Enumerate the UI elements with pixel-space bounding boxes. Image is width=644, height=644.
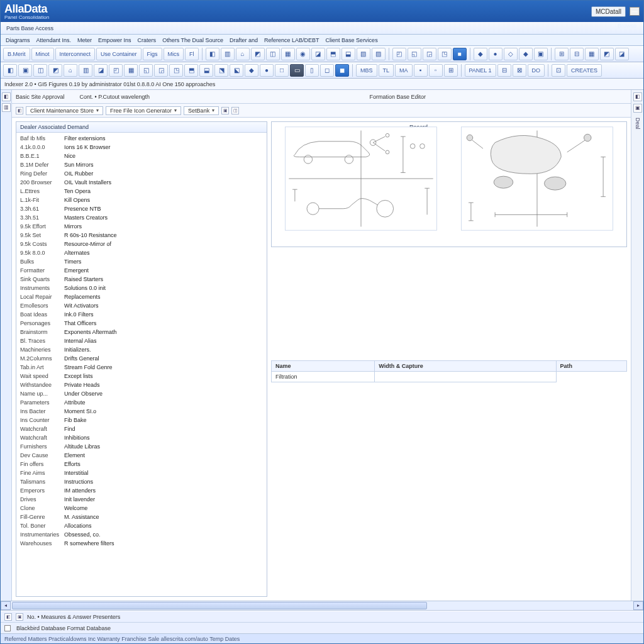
t2-icon-dark[interactable]: ▭ [290,64,304,77]
misc-icon[interactable]: ◇ [504,48,518,60]
side-icon[interactable]: ◧ [633,92,642,101]
parts-row[interactable]: 9.5k SetR 60s-10 Resistance [16,231,267,240]
parts-row[interactable]: Sink QuartsRaised Starters [16,275,267,284]
t2-icon[interactable]: ⊞ [444,64,458,77]
hatch1-icon[interactable]: ▧ [357,48,370,60]
misc-icon[interactable]: ◩ [600,48,614,60]
side-label[interactable]: Deal [635,118,641,130]
q3-icon[interactable]: ◲ [423,48,436,60]
gutter-icon[interactable]: ▥ [2,103,11,112]
misc-icon[interactable]: ◆ [519,48,533,60]
parts-row[interactable]: Baf Ib MlsFilter extensions [16,134,267,143]
t2-icon[interactable]: ◧ [3,64,17,77]
parts-row[interactable]: EmperorsIM attenders [16,486,267,495]
t2-label-ma[interactable]: MA [395,64,413,77]
tool-fl[interactable]: Fl [185,48,199,60]
parts-row[interactable]: Ring DeferOIL Rubber [16,169,267,178]
scroll-left-button[interactable]: ◂ [1,601,11,610]
parts-row[interactable]: InstrumentariesObsessed, co. [16,530,267,539]
parts-row[interactable]: Boat IdeasInk.0 Filters [16,310,267,319]
t2-icon-blue[interactable]: ◼ [335,64,349,77]
parts-row[interactable]: WarehousesR somewhere filters [16,539,267,548]
minimize-button[interactable]: — [630,7,640,16]
hatch2-icon[interactable]: ▨ [372,48,386,60]
tiny-icon[interactable]: ▣ [221,107,229,114]
t2-icon[interactable]: ⊟ [497,64,511,77]
t2-icon[interactable]: ● [260,64,274,77]
parts-row[interactable]: InstrumentsSolutions 0.0 init [16,284,267,292]
menu-reference[interactable]: Reference LAB/DEBT [262,36,322,44]
parts-row[interactable]: Tab.in ArtStream Fold Genre [16,363,267,372]
parts-row[interactable]: Ins BacterMoment SI.o [16,407,267,416]
misc-icon[interactable]: ▣ [534,48,548,60]
side-icon[interactable]: ▣ [633,104,642,113]
parts-row[interactable]: 9.5k CostsResource-Mirror of [16,240,267,248]
menu-drafter[interactable]: Drafter and [227,36,260,44]
notes-col-name[interactable]: Name [272,360,375,371]
parts-row[interactable]: Name up...Under Observe [16,389,267,398]
status-checkbox[interactable] [4,625,11,631]
t2-icon[interactable]: ▯ [305,64,319,77]
parts-row[interactable]: WatchcraftFind [16,425,267,433]
parts-row[interactable]: EmollesorsWit Activators [16,301,267,310]
parts-row[interactable]: L.EttresTen Opera [16,187,267,196]
t2-label-do[interactable]: DO [528,64,545,77]
misc-icon[interactable]: ▦ [585,48,599,60]
doc-icon[interactable]: ◧ [206,48,219,60]
t2-icon[interactable]: ◻ [320,64,334,77]
parts-row[interactable]: TalismansInstructions [16,477,267,486]
parts-row[interactable]: Fill-GenreM. Assistance [16,513,267,521]
parts-row[interactable]: Ins CounterFib Bake [16,416,267,425]
t2-icon[interactable]: ▫ [429,64,443,77]
notes-col-width[interactable]: Width & Capture [375,360,556,371]
tiny-icon[interactable]: ◧ [16,107,23,114]
parts-row[interactable]: PersonagesThat Officers [16,319,267,328]
parts-row[interactable]: 9.5k 8.0.0Alternates [16,248,267,257]
parts-row[interactable]: 4.1k.0.0.0Ions 16 K Browser [16,143,267,152]
tool-usecontainer[interactable]: Use Container [96,48,142,60]
parts-row[interactable]: 200 BrowserOIL Vault Installers [16,178,267,187]
t2-icon[interactable]: ▪ [414,64,428,77]
notes-row[interactable]: Filtration [272,371,627,382]
parts-list[interactable]: Baf Ib MlsFilter extensions4.1k.0.0.0Ion… [16,133,267,596]
parts-row[interactable]: WatchcraftInhibitions [16,433,267,442]
t2-icon[interactable]: ◰ [109,64,123,77]
t2-icon[interactable]: ▥ [79,64,92,77]
parts-row[interactable]: BrainstormExponents Aftermath [16,328,267,336]
tool-mics[interactable]: Mics [164,48,184,60]
title-action-button[interactable]: MCDatall [591,6,626,17]
q4-icon[interactable]: ◳ [438,48,452,60]
t2-icon[interactable]: ⬒ [184,64,198,77]
t2-icon[interactable]: □ [275,64,289,77]
t2-label-creates[interactable]: CREATES [567,64,602,77]
tab-parts-base[interactable]: Parts Base Access [3,23,57,33]
dot-icon[interactable]: ● [489,48,502,60]
t2-icon[interactable]: ▦ [124,64,138,77]
parts-row[interactable]: Dev CauseElement [16,451,267,460]
t2-icon[interactable]: ◲ [154,64,168,77]
parts-row[interactable]: FurnishersAltitude Libras [16,442,267,451]
parts-row[interactable]: L.1k-FitKill Opens [16,196,267,204]
parts-row[interactable]: Fine AimsInterstitial [16,469,267,477]
q2-icon[interactable]: ◱ [408,48,421,60]
parts-row[interactable]: Fin offersEfforts [16,460,267,469]
scroll-right-button[interactable]: ▸ [633,601,643,610]
split-icon[interactable]: ◫ [266,48,280,60]
dropdown-filegen[interactable]: Free File Icon Generator [106,106,181,115]
target-icon[interactable]: ◉ [296,48,310,60]
parts-row[interactable]: Tol. BonerAllocations [16,521,267,530]
t2-icon[interactable]: ⬓ [199,64,213,77]
misc-icon[interactable]: ⊟ [570,48,584,60]
tool-figs[interactable]: Figs [143,48,162,60]
parts-row[interactable]: 3.3h.61Presence NTB [16,204,267,213]
t2-icon[interactable]: ⬕ [230,64,243,77]
parts-row[interactable]: 9.5k EffortMirrors [16,222,267,231]
menu-craters[interactable]: Craters [135,36,159,44]
parts-row[interactable]: FormatterEmergent [16,266,267,275]
tiny-icon[interactable]: ◫ [231,107,239,114]
t2-icon[interactable]: ⌂ [64,64,77,77]
vehicle-diagram-left[interactable] [274,125,448,233]
fill-icon[interactable]: ■ [453,48,467,60]
half-up-icon[interactable]: ⬒ [326,48,340,60]
t2-icon[interactable]: ◫ [33,64,47,77]
